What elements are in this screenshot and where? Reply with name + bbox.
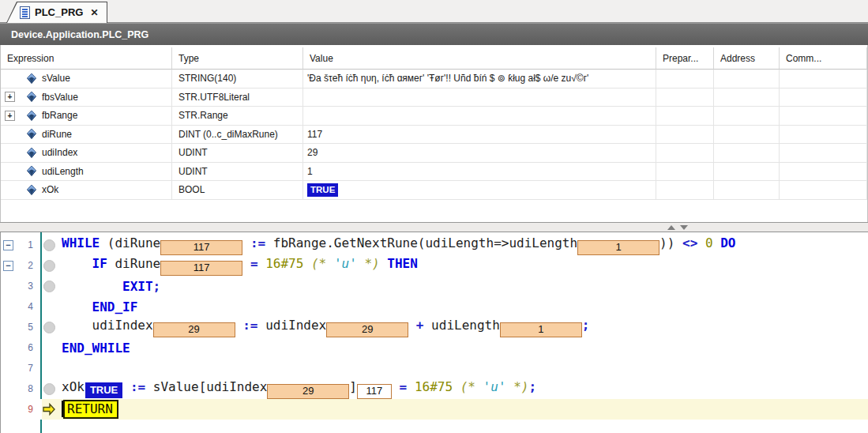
expression-label: udiIndex xyxy=(42,147,77,158)
breakpoint-column[interactable] xyxy=(38,383,60,395)
token-kw: IF xyxy=(92,256,107,271)
prepared-value-cell[interactable] xyxy=(656,163,714,182)
prepared-value-cell[interactable] xyxy=(656,70,714,88)
column-header-comment[interactable]: Comm... xyxy=(780,47,867,70)
variable-diamond-icon xyxy=(27,73,36,84)
token-id: ] xyxy=(349,379,357,394)
value-cell[interactable]: 29 xyxy=(303,144,656,163)
breakpoint-column[interactable] xyxy=(38,281,60,292)
token-id xyxy=(453,379,460,394)
breakpoint-column[interactable] xyxy=(38,260,60,272)
variable-diamond-icon xyxy=(27,166,36,176)
value-text: 117 xyxy=(307,129,322,140)
expression-label: sValue xyxy=(42,73,70,84)
expression-label: fbsValue xyxy=(42,92,78,103)
prepared-value-cell[interactable] xyxy=(656,107,714,126)
prepared-value-cell[interactable] xyxy=(656,88,714,107)
prepared-value-cell[interactable] xyxy=(656,181,714,200)
line-number: 3 xyxy=(17,281,38,292)
type-cell: UDINT xyxy=(172,144,303,163)
variable-diamond-icon xyxy=(27,111,36,121)
token-cmt: *) xyxy=(357,256,380,271)
code-line-9: 9RETURN xyxy=(1,399,868,420)
watch-row-diRune[interactable]: diRuneDINT (0..c_diMaxRune)117 xyxy=(1,126,867,145)
watch-row-fbRange[interactable]: +fbRangeSTR.Range xyxy=(1,107,867,126)
fold-toggle-icon[interactable]: − xyxy=(3,240,13,250)
code-text: END_WHILE xyxy=(60,341,130,356)
value-cell[interactable]: 'Đa šτeħ íċħ ηυη, íċħ ɑямег' 'Ŧøг'!! Uñd… xyxy=(303,70,656,88)
line-number: 2 xyxy=(17,260,38,271)
tab-title: PLC_PRG xyxy=(35,6,83,18)
watch-table-header: ExpressionTypeValuePrepar...AddressComm.… xyxy=(1,47,867,70)
expand-toggle-icon[interactable]: + xyxy=(5,92,15,102)
fold-column: − xyxy=(1,261,17,271)
token-op: <> xyxy=(682,235,697,250)
splitter-down-arrow-icon[interactable] xyxy=(680,225,688,230)
code-line-3: 3 EXIT; xyxy=(1,276,868,296)
watch-row-udiIndex[interactable]: udiIndexUDINT29 xyxy=(1,144,867,163)
token-str: 'u' xyxy=(334,256,357,271)
token-id xyxy=(697,235,705,250)
prepared-value-cell[interactable] xyxy=(656,144,714,163)
token-id xyxy=(713,235,721,250)
fold-toggle-icon[interactable]: − xyxy=(3,261,13,271)
watch-row-sValue[interactable]: sValueSTRING(140)'Đa šτeħ íċħ ηυη, íċħ ɑ… xyxy=(1,70,867,88)
token-id: fbRange.GetNextRune(udiLength=>udiLength xyxy=(265,235,577,250)
type-cell: DINT (0..c_diMaxRune) xyxy=(172,126,303,145)
column-header-address[interactable]: Address xyxy=(714,47,780,70)
breakpoint-column[interactable] xyxy=(38,239,60,251)
watch-row-fbsValue[interactable]: +fbsValueSTR.UTF8Literal xyxy=(1,88,867,107)
address-cell xyxy=(714,70,780,88)
st-code-editor[interactable]: −1WHILE (diRune117 := fbRange.GetNextRun… xyxy=(0,232,868,433)
inline-monitor-box-small: 117 xyxy=(357,384,392,399)
address-cell xyxy=(714,163,780,182)
splitter-up-arrow-icon[interactable] xyxy=(667,225,675,230)
expression-cell: udiIndex xyxy=(1,144,172,163)
prepared-value-cell[interactable] xyxy=(656,126,714,145)
token-kw: WHILE xyxy=(62,235,100,250)
value-cell[interactable]: TRUE xyxy=(303,181,656,200)
value-cell[interactable]: 117 xyxy=(303,126,656,145)
value-cell[interactable]: 1 xyxy=(303,163,656,182)
code-line-4: 4 END_IF xyxy=(1,296,868,317)
breakpoint-slot-icon[interactable] xyxy=(43,383,55,395)
expand-toggle-icon[interactable]: + xyxy=(5,111,15,121)
value-text: 'Đa šτeħ íċħ ηυη, íċħ ɑямег' 'Ŧøг'!! Uñd… xyxy=(307,73,588,84)
split-view-divider[interactable] xyxy=(0,222,868,232)
watch-row-udiLength[interactable]: udiLengthUDINT1 xyxy=(1,163,867,182)
expression-label: fbRange xyxy=(42,110,77,121)
tab-plc-prg[interactable]: PLC_PRG ✕ xyxy=(6,2,107,23)
address-cell xyxy=(714,144,780,163)
column-header-type[interactable]: Type xyxy=(172,47,303,70)
breakpoint-column[interactable] xyxy=(38,322,60,333)
watch-row-xOk[interactable]: xOkBOOLTRUE xyxy=(1,181,867,200)
breakpoint-slot-icon[interactable] xyxy=(43,322,55,333)
inline-monitor-box: 1 xyxy=(577,240,659,255)
breakpoint-slot-icon[interactable] xyxy=(43,281,55,292)
address-cell xyxy=(714,181,780,200)
token-op: := xyxy=(130,379,145,394)
column-header-value[interactable]: Value xyxy=(303,47,656,70)
address-cell xyxy=(714,107,780,126)
code-text: IF diRune117 = 16#75 (* 'u' *) THEN xyxy=(60,256,418,276)
comment-cell xyxy=(780,163,867,182)
variable-diamond-icon xyxy=(27,92,36,102)
breakpoint-slot-icon[interactable] xyxy=(43,260,55,272)
line-number: 9 xyxy=(17,404,38,415)
breakpoint-slot-icon[interactable] xyxy=(43,239,55,251)
comment-cell xyxy=(780,70,867,88)
breakpoint-column[interactable] xyxy=(38,403,60,416)
expression-label: udiLength xyxy=(42,166,84,177)
code-text: EXIT; xyxy=(60,279,160,294)
column-header-expression[interactable]: Expression xyxy=(1,47,172,70)
column-header-prepared[interactable]: Prepar... xyxy=(656,47,714,70)
inline-monitor-true-badge: TRUE xyxy=(85,382,122,398)
value-cell[interactable] xyxy=(303,107,656,126)
tab-close-icon[interactable]: ✕ xyxy=(90,8,98,17)
value-cell[interactable] xyxy=(303,88,656,107)
token-id xyxy=(62,279,122,294)
current-statement-highlight: RETURN xyxy=(63,400,118,419)
token-id xyxy=(62,256,92,271)
variable-diamond-icon xyxy=(27,129,36,139)
token-op: = xyxy=(250,256,258,271)
